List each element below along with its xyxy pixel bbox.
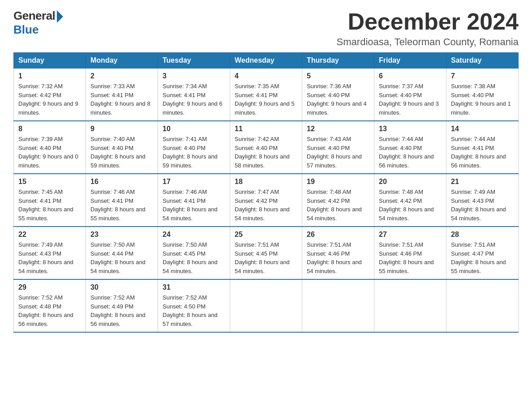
logo-blue-text: Blue	[13, 23, 39, 37]
day-number: 5	[307, 72, 369, 80]
day-number: 28	[451, 231, 514, 239]
calendar-week-row: 8Sunrise: 7:39 AMSunset: 4:40 PMDaylight…	[14, 121, 519, 174]
day-info: Sunrise: 7:48 AMSunset: 4:42 PMDaylight:…	[307, 188, 369, 223]
location-title: Smardioasa, Teleorman County, Romania	[337, 36, 519, 48]
day-info: Sunrise: 7:46 AMSunset: 4:41 PMDaylight:…	[163, 188, 225, 223]
month-title: December 2024	[337, 9, 519, 34]
day-info: Sunrise: 7:50 AMSunset: 4:44 PMDaylight:…	[90, 240, 153, 275]
day-info: Sunrise: 7:49 AMSunset: 4:43 PMDaylight:…	[451, 188, 514, 223]
calendar-cell: 27Sunrise: 7:51 AMSunset: 4:46 PMDayligh…	[374, 227, 446, 279]
calendar-cell	[230, 279, 302, 332]
day-number: 17	[163, 178, 225, 186]
calendar-cell: 11Sunrise: 7:42 AMSunset: 4:40 PMDayligh…	[230, 121, 302, 174]
weekday-header-friday: Friday	[374, 53, 446, 68]
day-info: Sunrise: 7:47 AMSunset: 4:42 PMDaylight:…	[235, 188, 297, 223]
calendar-cell	[446, 279, 519, 332]
calendar-cell: 18Sunrise: 7:47 AMSunset: 4:42 PMDayligh…	[230, 174, 302, 227]
day-number: 15	[18, 178, 81, 186]
calendar-week-row: 22Sunrise: 7:49 AMSunset: 4:43 PMDayligh…	[14, 227, 519, 279]
weekday-header-thursday: Thursday	[302, 53, 374, 68]
calendar-cell: 5Sunrise: 7:36 AMSunset: 4:40 PMDaylight…	[302, 68, 374, 121]
logo-arrow-icon	[57, 10, 63, 23]
day-number: 1	[18, 72, 81, 80]
calendar-cell	[374, 279, 446, 332]
calendar-week-row: 15Sunrise: 7:45 AMSunset: 4:41 PMDayligh…	[14, 174, 519, 227]
calendar-week-row: 1Sunrise: 7:32 AMSunset: 4:42 PMDaylight…	[14, 68, 519, 121]
calendar-cell: 6Sunrise: 7:37 AMSunset: 4:40 PMDaylight…	[374, 68, 446, 121]
page-header: General Blue December 2024 Smardioasa, T…	[13, 9, 519, 48]
day-number: 21	[451, 178, 514, 186]
day-info: Sunrise: 7:39 AMSunset: 4:40 PMDaylight:…	[18, 135, 81, 170]
logo-general-text: General	[13, 9, 55, 23]
day-info: Sunrise: 7:52 AMSunset: 4:49 PMDaylight:…	[90, 293, 153, 328]
day-info: Sunrise: 7:44 AMSunset: 4:40 PMDaylight:…	[379, 135, 442, 170]
day-number: 25	[235, 231, 297, 239]
calendar-cell: 17Sunrise: 7:46 AMSunset: 4:41 PMDayligh…	[158, 174, 230, 227]
calendar-cell: 28Sunrise: 7:51 AMSunset: 4:47 PMDayligh…	[446, 227, 519, 279]
day-info: Sunrise: 7:43 AMSunset: 4:40 PMDaylight:…	[307, 135, 369, 170]
calendar-cell: 26Sunrise: 7:51 AMSunset: 4:46 PMDayligh…	[302, 227, 374, 279]
calendar-cell: 21Sunrise: 7:49 AMSunset: 4:43 PMDayligh…	[446, 174, 519, 227]
day-number: 24	[163, 231, 225, 239]
day-info: Sunrise: 7:48 AMSunset: 4:42 PMDaylight:…	[379, 188, 442, 223]
calendar-cell: 2Sunrise: 7:33 AMSunset: 4:41 PMDaylight…	[86, 68, 158, 121]
day-info: Sunrise: 7:51 AMSunset: 4:46 PMDaylight:…	[379, 240, 442, 275]
day-number: 2	[90, 72, 153, 80]
day-info: Sunrise: 7:51 AMSunset: 4:47 PMDaylight:…	[451, 240, 514, 275]
calendar-cell: 1Sunrise: 7:32 AMSunset: 4:42 PMDaylight…	[14, 68, 86, 121]
day-number: 6	[379, 72, 442, 80]
day-number: 14	[451, 125, 514, 133]
day-info: Sunrise: 7:46 AMSunset: 4:41 PMDaylight:…	[90, 188, 153, 223]
calendar-cell: 16Sunrise: 7:46 AMSunset: 4:41 PMDayligh…	[86, 174, 158, 227]
day-info: Sunrise: 7:38 AMSunset: 4:40 PMDaylight:…	[451, 82, 514, 117]
day-number: 4	[235, 72, 297, 80]
weekday-header-wednesday: Wednesday	[230, 53, 302, 68]
day-info: Sunrise: 7:52 AMSunset: 4:50 PMDaylight:…	[163, 293, 225, 328]
day-info: Sunrise: 7:37 AMSunset: 4:40 PMDaylight:…	[379, 82, 442, 117]
day-info: Sunrise: 7:44 AMSunset: 4:41 PMDaylight:…	[451, 135, 514, 170]
day-info: Sunrise: 7:36 AMSunset: 4:40 PMDaylight:…	[307, 82, 369, 117]
day-number: 3	[163, 72, 225, 80]
day-number: 22	[18, 231, 81, 239]
calendar-cell: 3Sunrise: 7:34 AMSunset: 4:41 PMDaylight…	[158, 68, 230, 121]
calendar-week-row: 29Sunrise: 7:52 AMSunset: 4:48 PMDayligh…	[14, 279, 519, 332]
day-number: 16	[90, 178, 153, 186]
day-info: Sunrise: 7:45 AMSunset: 4:41 PMDaylight:…	[18, 188, 81, 223]
calendar-cell: 29Sunrise: 7:52 AMSunset: 4:48 PMDayligh…	[14, 279, 86, 332]
day-info: Sunrise: 7:34 AMSunset: 4:41 PMDaylight:…	[163, 82, 225, 117]
calendar-cell: 13Sunrise: 7:44 AMSunset: 4:40 PMDayligh…	[374, 121, 446, 174]
day-info: Sunrise: 7:41 AMSunset: 4:40 PMDaylight:…	[163, 135, 225, 170]
calendar-cell: 25Sunrise: 7:51 AMSunset: 4:45 PMDayligh…	[230, 227, 302, 279]
day-info: Sunrise: 7:50 AMSunset: 4:45 PMDaylight:…	[163, 240, 225, 275]
calendar-cell: 23Sunrise: 7:50 AMSunset: 4:44 PMDayligh…	[86, 227, 158, 279]
calendar-cell: 10Sunrise: 7:41 AMSunset: 4:40 PMDayligh…	[158, 121, 230, 174]
calendar-cell: 7Sunrise: 7:38 AMSunset: 4:40 PMDaylight…	[446, 68, 519, 121]
day-number: 23	[90, 231, 153, 239]
calendar-cell: 31Sunrise: 7:52 AMSunset: 4:50 PMDayligh…	[158, 279, 230, 332]
calendar-cell: 22Sunrise: 7:49 AMSunset: 4:43 PMDayligh…	[14, 227, 86, 279]
day-number: 31	[163, 283, 225, 291]
day-number: 26	[307, 231, 369, 239]
calendar-cell: 30Sunrise: 7:52 AMSunset: 4:49 PMDayligh…	[86, 279, 158, 332]
calendar-cell: 15Sunrise: 7:45 AMSunset: 4:41 PMDayligh…	[14, 174, 86, 227]
day-number: 30	[90, 283, 153, 291]
calendar-cell: 4Sunrise: 7:35 AMSunset: 4:41 PMDaylight…	[230, 68, 302, 121]
day-number: 9	[90, 125, 153, 133]
calendar-cell: 8Sunrise: 7:39 AMSunset: 4:40 PMDaylight…	[14, 121, 86, 174]
day-number: 29	[18, 283, 81, 291]
calendar-cell: 14Sunrise: 7:44 AMSunset: 4:41 PMDayligh…	[446, 121, 519, 174]
day-info: Sunrise: 7:42 AMSunset: 4:40 PMDaylight:…	[235, 135, 297, 170]
weekday-header-row: SundayMondayTuesdayWednesdayThursdayFrid…	[14, 53, 519, 68]
calendar-cell	[302, 279, 374, 332]
day-number: 11	[235, 125, 297, 133]
day-info: Sunrise: 7:49 AMSunset: 4:43 PMDaylight:…	[18, 240, 81, 275]
calendar-cell: 9Sunrise: 7:40 AMSunset: 4:40 PMDaylight…	[86, 121, 158, 174]
day-info: Sunrise: 7:35 AMSunset: 4:41 PMDaylight:…	[235, 82, 297, 117]
day-info: Sunrise: 7:33 AMSunset: 4:41 PMDaylight:…	[90, 82, 153, 117]
day-number: 19	[307, 178, 369, 186]
day-number: 8	[18, 125, 81, 133]
calendar-cell: 12Sunrise: 7:43 AMSunset: 4:40 PMDayligh…	[302, 121, 374, 174]
day-info: Sunrise: 7:52 AMSunset: 4:48 PMDaylight:…	[18, 293, 81, 328]
weekday-header-tuesday: Tuesday	[158, 53, 230, 68]
calendar-table: SundayMondayTuesdayWednesdayThursdayFrid…	[13, 52, 519, 333]
